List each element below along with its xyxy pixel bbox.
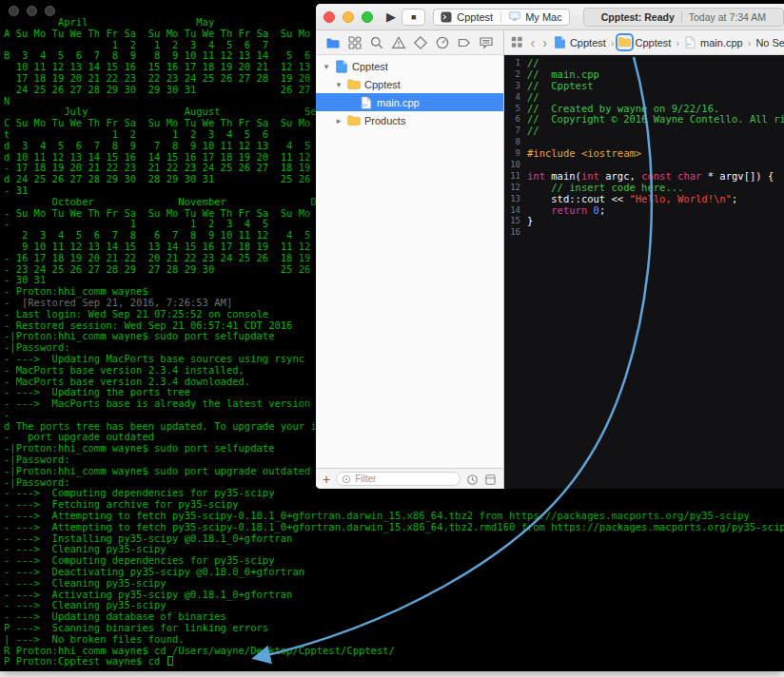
code-editor[interactable]: 1//2// main.cpp3// Cpptest4//5// Created…	[504, 55, 784, 489]
jumpbar-item-cpptest[interactable]: Cpptest	[618, 36, 671, 48]
terminal-traffic-lights	[9, 6, 55, 16]
disclosure-triangle-icon[interactable]: ▾	[322, 62, 331, 71]
build-time-text: Today at 7:34 AM	[689, 11, 766, 23]
terminal-line: - ---> Attempting to fetch py35-scipy-0.…	[4, 522, 784, 533]
jumpbar-item-no-sele[interactable]: No Sele	[755, 37, 784, 48]
line-number: 15	[504, 216, 527, 227]
stop-button[interactable]: ■	[402, 9, 425, 26]
folder-icon	[347, 114, 361, 127]
line-number: 16	[504, 227, 527, 239]
zoom-button[interactable]	[362, 11, 373, 23]
line-number: 6	[504, 114, 527, 126]
terminal-cursor	[167, 656, 173, 666]
navigator-item-cpptest[interactable]: ▾Cpptest	[316, 57, 503, 75]
xcode-toolbar: ▶ ■ Cpptest My Mac Cpptest: Ready Today …	[316, 4, 784, 30]
scheme-name: Cpptest	[457, 11, 493, 23]
cpp-icon: c+	[360, 96, 373, 109]
navigator-tab-bar	[316, 30, 504, 55]
navigator-item-label: main.cpp	[377, 97, 420, 108]
line-number: 8	[504, 137, 527, 148]
navigator-tab-debug-icon[interactable]	[435, 35, 450, 50]
navigator-tab-reports-icon[interactable]	[479, 35, 494, 50]
jump-bar: ‹ › Cpptest›Cpptest›c+main.cpp›No Sele	[504, 30, 784, 55]
jumpbar-item-label: No Sele	[755, 37, 784, 48]
forward-button[interactable]: ›	[541, 36, 548, 49]
line-number: 11	[504, 171, 527, 183]
navigator-item-label: Products	[364, 115, 405, 126]
activity-viewer: Cpptest: Ready Today at 7:34 AM	[583, 8, 784, 27]
line-number: 7	[504, 126, 527, 137]
navigator-item-label: Cpptest	[364, 79, 401, 90]
project-icon	[335, 60, 348, 73]
svg-text:c+: c+	[687, 42, 692, 47]
close-button[interactable]	[323, 11, 335, 23]
scheme-divider	[500, 11, 501, 23]
svg-text:c+: c+	[363, 102, 367, 106]
scheme-selector[interactable]: Cpptest My Mac	[433, 9, 569, 26]
jumpbar-item-label: Cpptest	[570, 37, 606, 48]
terminal-close-button[interactable]	[9, 6, 19, 16]
navigator-tab-tests-icon[interactable]	[413, 35, 428, 50]
navigator-tab-breakpoints-icon[interactable]	[457, 35, 472, 50]
line-number: 12	[504, 183, 527, 194]
line-number: 9	[504, 148, 527, 160]
cpp-icon: c+	[684, 36, 696, 48]
filter-scope-icon	[342, 474, 351, 484]
project-navigator: ▾Cpptest▾Cpptestc+main.cpp▸Products + Fi…	[316, 55, 504, 489]
jumpbar-separator: ›	[611, 37, 615, 48]
destination-mac-icon	[509, 11, 520, 23]
navigator-tab-issues-icon[interactable]	[391, 35, 406, 50]
add-button[interactable]: +	[323, 473, 330, 486]
line-number: 5	[504, 104, 527, 115]
terminal-line: P Proton:Cpptest wayne$ cd	[4, 656, 784, 667]
navigator-item-label: Cpptest	[352, 61, 388, 72]
line-number: 14	[504, 205, 527, 217]
run-button[interactable]: ▶	[386, 10, 396, 24]
navigator-item-products[interactable]: ▸Products	[316, 111, 503, 129]
terminal-minimize-button[interactable]	[27, 6, 37, 16]
code-line: 15}	[504, 216, 784, 227]
folder-icon	[618, 36, 631, 48]
navigator-item-cpptest[interactable]: ▾Cpptest	[316, 75, 503, 93]
jumpbar-item-label: Cpptest	[635, 37, 671, 48]
jumpbar-item-cpptest[interactable]: Cpptest	[554, 36, 606, 48]
destination-name: My Mac	[525, 11, 562, 23]
code-lines: 1//2// main.cpp3// Cpptest4//5// Created…	[504, 58, 784, 239]
filter-placeholder: Filter	[355, 474, 376, 484]
navigator-tab-search-icon[interactable]	[369, 35, 384, 50]
navigator-tab-symbols-icon[interactable]	[347, 35, 363, 50]
jumpbar-separator: ›	[748, 37, 752, 48]
code-line: 3// Cpptest	[504, 81, 784, 92]
line-number: 4	[504, 92, 527, 104]
jumpbar-item-main-cpp[interactable]: c+main.cpp	[684, 36, 743, 48]
disclosure-triangle-icon[interactable]: ▾	[334, 80, 343, 89]
recent-files-icon[interactable]	[466, 473, 479, 485]
jumpbar-item-label: main.cpp	[700, 37, 743, 48]
activity-divider	[681, 11, 682, 23]
desktop: April May JuneA Su Mo Tu We Th Fr Sa Su …	[0, 0, 784, 677]
navigator-tab-project-icon[interactable]	[325, 35, 341, 50]
filter-field[interactable]: Filter	[336, 472, 461, 486]
terminal-line: - ---> Cleaning py35-scipy	[4, 578, 784, 590]
build-status-text: Cpptest: Ready	[601, 11, 675, 23]
xcode-traffic-lights	[323, 11, 373, 23]
scheme-app-icon	[441, 11, 452, 23]
line-number: 13	[504, 194, 527, 205]
xcode-window: ▶ ■ Cpptest My Mac Cpptest: Ready Today …	[316, 4, 784, 489]
code-line: 14 return 0;	[504, 205, 784, 217]
terminal-line: | ---> No broken files found.	[4, 634, 784, 646]
code-line: 16	[504, 227, 784, 239]
minimize-button[interactable]	[343, 11, 354, 23]
terminal-zoom-button[interactable]	[45, 6, 55, 16]
project-icon	[554, 36, 566, 48]
disclosure-triangle-icon[interactable]: ▸	[334, 116, 343, 126]
related-items-icon[interactable]	[510, 35, 524, 49]
scm-status-icon[interactable]	[484, 473, 497, 485]
code-line: 7//	[504, 126, 784, 137]
folder-icon	[347, 78, 361, 91]
line-number: 10	[504, 160, 527, 171]
jumpbar-separator: ›	[676, 37, 679, 48]
back-button[interactable]: ‹	[530, 36, 537, 49]
navigator-item-main-cpp[interactable]: c+main.cpp	[316, 93, 503, 111]
line-number: 2	[504, 69, 527, 81]
